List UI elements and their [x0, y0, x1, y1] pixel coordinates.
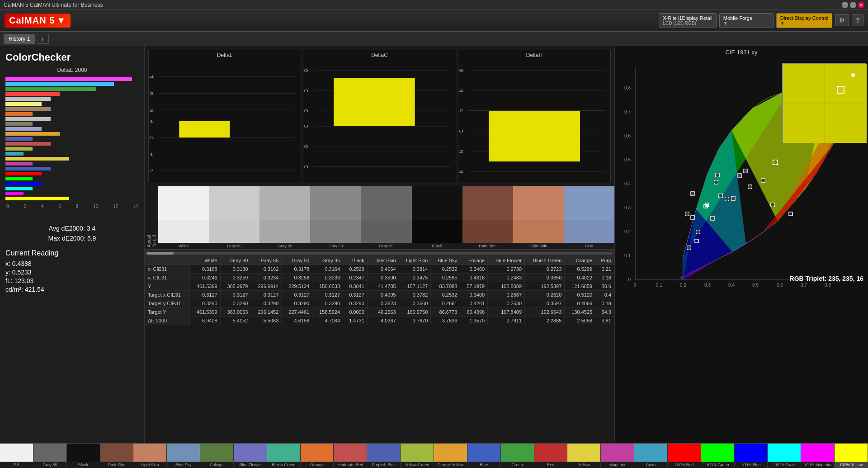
table-cell: 121.6859 — [565, 282, 595, 291]
svg-text:1: 1 — [149, 118, 154, 123]
bottom-swatch-item[interactable]: Gray 35 — [33, 444, 67, 468]
bottom-swatch-item[interactable]: Purplish Blue — [367, 444, 401, 468]
maximize-button[interactable]: □ — [850, 2, 856, 8]
bottom-swatch-item[interactable]: 100% Blue — [735, 444, 768, 468]
close-button[interactable]: ✕ — [858, 2, 864, 8]
bottom-swatch-item[interactable]: 100% Green — [701, 444, 735, 468]
table-cell: 83.7088 — [431, 282, 460, 291]
svg-text:2: 2 — [459, 109, 463, 113]
bottom-swatch-item[interactable]: Yellow — [567, 444, 601, 468]
bottom-swatch-item[interactable]: Blue Flower — [234, 444, 267, 468]
deltae-bar-row — [5, 147, 139, 151]
table-cell: 0.3782 — [399, 291, 431, 299]
app-logo[interactable]: CalMAN 5 ▼ — [5, 14, 71, 28]
table-cell: 5.4052 — [220, 317, 251, 325]
avg-max-section: Avg dE2000: 3.4 Max dE2000: 6.9 — [5, 223, 139, 244]
delta-h-chart-inner: 6 4 2 0 -2 -4 — [458, 60, 610, 182]
swatch-target-color — [158, 220, 209, 243]
bottom-swatch-item[interactable]: Red — [534, 444, 568, 468]
deltae-bar-row — [5, 92, 139, 96]
table-cell: 0.3234 — [251, 274, 282, 282]
display-device-selector[interactable]: X-Rite i1Display Retail LCD (LED RGB) — [659, 13, 716, 28]
table-cell: 0.3560 — [399, 299, 431, 308]
deltae-bar — [5, 152, 24, 156]
svg-text:-4: -4 — [458, 170, 463, 174]
table-cell: 57.1979 — [460, 282, 488, 291]
tabbar: History 1 + — [0, 32, 868, 46]
titlebar: CalMAN 5 CalMAN Ultimate for Business ─ … — [0, 0, 868, 10]
table-header-cell: Blue Flower — [488, 256, 525, 265]
bottom-swatch-item[interactable]: P 5 — [0, 444, 33, 468]
table-cell: 0.2595 — [431, 274, 460, 282]
swatch-actual-color — [361, 186, 411, 220]
bottom-swatch-item[interactable]: 100% Red — [668, 444, 701, 468]
deltae-bar — [5, 172, 42, 175]
bottom-swatch-item[interactable]: Dark Skin — [100, 444, 134, 468]
minimize-button[interactable]: ─ — [842, 2, 848, 8]
table-cell: 0.3475 — [399, 274, 431, 282]
bottom-swatch-item[interactable]: Orange Yellow — [434, 444, 467, 468]
scroll-track — [146, 252, 613, 255]
chart-scrollbar[interactable] — [145, 250, 614, 256]
delta-l-title: DeltaL — [149, 50, 301, 60]
cie-chart-area: 0 0.1 0.2 0.3 0.4 0.5 0.6 0.7 0.8 0 0.1 … — [615, 58, 868, 303]
deltae-bar-row — [5, 151, 139, 156]
table-cell: 192.5397 — [525, 282, 565, 291]
bottom-swatch-label: Bluish Green — [267, 462, 300, 468]
add-tab-button[interactable]: + — [37, 34, 48, 44]
svg-point-96 — [687, 246, 691, 250]
table-cell: 0.19 — [595, 299, 614, 308]
bottom-swatch-item[interactable]: Cyan — [634, 444, 668, 468]
table-cell: 461.5399 — [189, 282, 220, 291]
table-cell: 0.3290 — [282, 299, 312, 308]
table-cell: 0.2661 — [431, 299, 460, 308]
deltae-bar — [5, 177, 33, 180]
table-cell: 160.9750 — [399, 308, 431, 317]
swatch-actual-color — [513, 186, 564, 220]
table-scroll-area[interactable]: WhiteGray 80Gray 65Gray 50Gray 35BlackDa… — [145, 256, 614, 325]
table-header-cell: Foliage — [460, 256, 488, 265]
swatch-target-color — [564, 220, 614, 243]
forge-device-selector[interactable]: Mobile Forge ▼ — [719, 13, 774, 28]
bottom-swatch-item[interactable]: Blue Sky — [167, 444, 200, 468]
bottom-swatch-color — [668, 444, 701, 462]
bottom-swatch-item[interactable]: Moderate Red — [334, 444, 367, 468]
bottom-swatch-label: Black — [67, 462, 100, 468]
bottom-swatch-item[interactable]: Light Skin — [133, 444, 167, 468]
bottom-swatch-label: Blue — [467, 462, 500, 468]
bottom-swatch-label: 100% Yellow — [835, 462, 868, 468]
table-cell: 0.2687 — [488, 291, 525, 299]
svg-text:0.4: 0.4 — [624, 181, 631, 186]
bottom-swatch-item[interactable]: Magenta — [601, 444, 634, 468]
svg-text:0.7: 0.7 — [624, 109, 631, 114]
direct-display-button[interactable]: Direct Display Control ▼ — [776, 13, 832, 28]
svg-rect-92 — [789, 212, 793, 216]
bottom-swatch-item[interactable]: Orange — [301, 444, 334, 468]
swatch-group: Gray 35 — [361, 186, 411, 249]
main-content: ColorChecker DeltaE 2000 02468101214 Avg… — [0, 46, 868, 468]
bottom-swatch-item[interactable]: Foliage — [200, 444, 234, 468]
deltae-bar — [5, 77, 132, 81]
svg-point-101 — [714, 180, 718, 184]
bottom-swatch-item[interactable]: 100% Magenta — [801, 444, 835, 468]
deltae-bar-row — [5, 176, 139, 181]
table-row-label: Y — [145, 282, 190, 291]
bottom-swatch-item[interactable]: Blue — [467, 444, 501, 468]
help-icon-button[interactable]: ? — [852, 14, 863, 26]
bottom-swatch-item[interactable]: Black — [67, 444, 100, 468]
history-tab[interactable]: History 1 — [4, 34, 35, 44]
table-cell: 0.3127 — [343, 291, 368, 299]
bottom-swatch-item[interactable]: 100% Cyan — [768, 444, 801, 468]
bottom-swatch-color — [768, 444, 801, 462]
bottom-swatch-item[interactable]: Yellow Green — [401, 444, 434, 468]
bottom-swatch-item[interactable]: Bluish Green — [267, 444, 301, 468]
bottom-swatch-item[interactable]: 100% Yellow — [835, 444, 868, 468]
table-cell: 2.7911 — [488, 317, 525, 325]
bottom-swatch-label: Orange Yellow — [434, 462, 467, 468]
bottom-swatch-item[interactable]: Green — [501, 444, 534, 468]
deltae-bar — [5, 187, 33, 190]
table-cell: 0.3290 — [189, 299, 220, 308]
table-cell: 192.6643 — [525, 308, 565, 317]
scroll-thumb[interactable] — [146, 252, 174, 255]
settings-icon-button[interactable]: ⚙ — [835, 14, 849, 26]
